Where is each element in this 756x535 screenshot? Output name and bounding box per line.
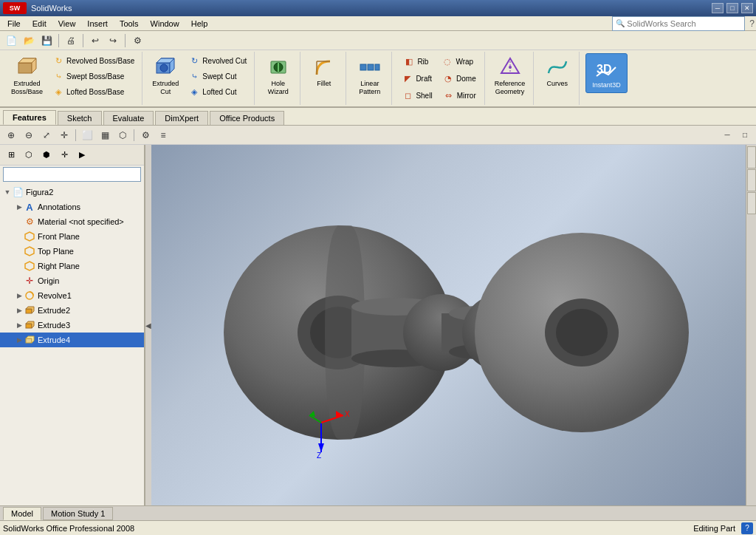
solidworks-search[interactable]: 🔍 <box>612 16 745 31</box>
reference-geometry-button[interactable]: ReferenceGeometry <box>491 53 529 98</box>
bottom-tab-model[interactable]: Model <box>3 507 41 520</box>
tree-item-right-plane[interactable]: Right Plane <box>0 259 144 273</box>
menu-view[interactable]: View <box>52 16 82 30</box>
search-help-icon[interactable]: ? <box>749 18 755 29</box>
curves-group: Curves <box>535 52 580 105</box>
hole-wizard-button[interactable]: HoleWizard <box>263 53 294 98</box>
expand-annotations[interactable]: ▶ <box>15 202 24 211</box>
restore-panel-button[interactable]: □ <box>737 128 753 143</box>
tree-item-revolve1[interactable]: ▶ Revolve1 <box>0 288 144 303</box>
linear-pattern-button[interactable]: LinearPattern <box>354 53 385 98</box>
lofted-cut-button[interactable]: ◈ Lofted Cut <box>185 84 250 99</box>
expand-figura2[interactable]: ▼ <box>3 188 12 197</box>
minimize-button[interactable]: ─ <box>712 3 724 13</box>
tree-item-front-plane[interactable]: Front Plane <box>0 229 144 244</box>
swept-boss-base-button[interactable]: ⤷ Swept Boss/Base <box>49 69 137 84</box>
extruded-boss-base-button[interactable]: ExtrudedBoss/Base <box>7 53 47 98</box>
tree-btn-1[interactable]: ⊞ <box>3 147 19 163</box>
tree-btn-3[interactable]: ⬢ <box>38 147 55 163</box>
right-panel-btn-1[interactable] <box>747 146 756 168</box>
tree-item-extrude4[interactable]: ▶ Extrude4 <box>0 333 144 347</box>
extruded-cut-button[interactable]: ExtrudedCut <box>148 53 182 98</box>
hide-show-button[interactable]: ⚙ <box>137 128 154 143</box>
shell-button[interactable]: ◻ Shell <box>398 87 436 103</box>
menu-help[interactable]: Help <box>185 16 214 30</box>
toolbar-separator-2 <box>83 34 83 47</box>
dome-button[interactable]: ◔ Dome <box>439 70 480 86</box>
tree-btn-2[interactable]: ⬡ <box>21 147 37 163</box>
menu-tools[interactable]: Tools <box>114 16 145 30</box>
tree-item-extrude2[interactable]: ▶ Extrude2 <box>0 303 144 318</box>
tree-btn-4[interactable]: ✛ <box>56 147 72 163</box>
expand-extrude4[interactable]: ▶ <box>15 335 24 344</box>
main-ribbon: ExtrudedBoss/Base ↻ Revolved Boss/Base ⤷… <box>0 50 756 106</box>
tab-evaluate[interactable]: Evaluate <box>103 111 154 125</box>
menu-window[interactable]: Window <box>145 16 185 30</box>
wrap-button[interactable]: ◌ Wrap <box>436 53 478 69</box>
tree-item-extrude3[interactable]: ▶ Extrude3 <box>0 318 144 333</box>
close-button[interactable]: ✕ <box>741 3 753 13</box>
right-panel-btn-3[interactable] <box>747 192 756 214</box>
svg-point-6 <box>160 64 168 72</box>
curves-button[interactable]: Curves <box>542 53 573 90</box>
editing-status: Editing Part <box>693 524 735 533</box>
tab-features[interactable]: Features <box>3 110 56 125</box>
window-controls: ─ □ ✕ <box>712 3 753 13</box>
expand-revolve1[interactable]: ▶ <box>15 291 24 300</box>
tree-item-top-plane[interactable]: Top Plane <box>0 244 144 259</box>
expand-extrude3[interactable]: ▶ <box>15 321 24 330</box>
label-extrude3: Extrude3 <box>38 321 70 330</box>
tree-search-bar[interactable] <box>3 167 141 182</box>
extrude-boss-group: ExtrudedBoss/Base ↻ Revolved Boss/Base ⤷… <box>3 52 142 105</box>
help-button[interactable]: ? <box>741 522 753 534</box>
right-panel-btn-2[interactable] <box>747 169 756 191</box>
tree-item-figura2[interactable]: ▼ 📄 Figura2 <box>0 185 144 200</box>
instant3d-button[interactable]: 3D Instant3D <box>585 53 628 93</box>
expand-extrude2[interactable]: ▶ <box>15 306 24 315</box>
zoom-selection-button[interactable]: ✛ <box>56 128 72 143</box>
view-section-button[interactable]: ⬡ <box>114 128 131 143</box>
collapse-icon: ◀ <box>145 321 151 330</box>
draft-button[interactable]: ◤ Draft <box>398 70 436 86</box>
fillet-button[interactable]: Fillet <box>309 53 340 90</box>
view-orientation-button[interactable]: ⬜ <box>79 128 95 143</box>
swept-cut-button[interactable]: ⤷ Swept Cut <box>185 69 250 84</box>
tree-btn-more[interactable]: ▶ <box>74 147 90 163</box>
zoom-in-button[interactable]: ⊕ <box>3 128 19 143</box>
menu-edit[interactable]: Edit <box>27 16 52 30</box>
revolved-boss-base-button[interactable]: ↻ Revolved Boss/Base <box>49 53 137 68</box>
zoom-out-button[interactable]: ⊖ <box>21 128 37 143</box>
rib-button[interactable]: ◧ Rib <box>398 53 433 69</box>
svg-line-56 <box>309 415 321 423</box>
tree-item-material[interactable]: ⚙ Material <not specified> <box>0 214 144 229</box>
menu-file[interactable]: File <box>1 16 27 30</box>
maximize-button[interactable]: □ <box>726 3 738 13</box>
undo-button[interactable]: ↩ <box>87 33 103 49</box>
zoom-fit-button[interactable]: ⤢ <box>38 128 55 143</box>
revolved-cut-button[interactable]: ↻ Revolved Cut <box>185 53 250 68</box>
label-extrude4: Extrude4 <box>38 335 70 344</box>
mirror-button[interactable]: ⇔ Mirror <box>439 87 480 103</box>
minimize-panel-button[interactable]: ─ <box>719 128 735 143</box>
save-button[interactable]: 💾 <box>38 33 55 49</box>
viewport[interactable]: Z X <box>151 145 746 505</box>
bottom-tab-motion-study[interactable]: Motion Study 1 <box>43 507 113 520</box>
view-display-button[interactable]: ▦ <box>97 128 113 143</box>
tree-search-input[interactable] <box>7 171 137 179</box>
search-input[interactable] <box>627 19 738 28</box>
new-button[interactable]: 📄 <box>3 33 19 49</box>
lofted-boss-base-button[interactable]: ◈ Lofted Boss/Base <box>49 84 137 99</box>
tab-dimxpert[interactable]: DimXpert <box>155 111 208 125</box>
options-button[interactable]: ⚙ <box>129 33 145 49</box>
collapse-handle[interactable]: ◀ <box>145 145 151 505</box>
tab-office-products[interactable]: Office Products <box>210 111 284 125</box>
open-button[interactable]: 📂 <box>21 33 37 49</box>
redo-button[interactable]: ↪ <box>105 33 121 49</box>
menu-insert[interactable]: Insert <box>81 16 114 30</box>
hole-wizard-group: HoleWizard <box>256 52 300 105</box>
print-button[interactable]: 🖨 <box>63 33 79 49</box>
tree-item-origin[interactable]: ✛ Origin <box>0 273 144 288</box>
tree-item-annotations[interactable]: ▶ A Annotations <box>0 200 144 214</box>
view-settings-button[interactable]: ≡ <box>155 128 171 143</box>
tab-sketch[interactable]: Sketch <box>58 111 102 125</box>
